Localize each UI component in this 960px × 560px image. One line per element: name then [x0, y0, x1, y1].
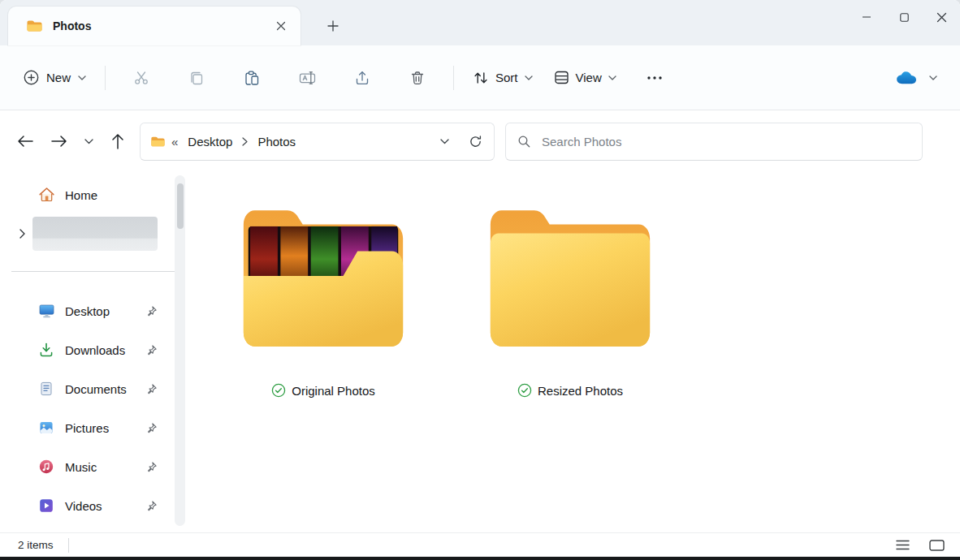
tab-photos[interactable]: Photos: [8, 6, 301, 45]
sidebar-item-label: Documents: [65, 382, 127, 396]
rename-icon: [299, 70, 316, 86]
sidebar-item-downloads[interactable]: Downloads: [0, 330, 188, 369]
sidebar-separator: [11, 271, 175, 272]
ellipsis-icon: [647, 76, 662, 80]
sidebar-item-home[interactable]: Home: [0, 175, 188, 214]
trash-icon: [409, 70, 426, 86]
folder-label: Original Photos: [271, 383, 375, 398]
folder-resized-photos[interactable]: Resized Photos: [482, 205, 658, 398]
sort-button[interactable]: Sort: [462, 62, 543, 93]
item-count: 2 items: [18, 539, 54, 551]
recent-locations-chevron-icon[interactable]: [76, 125, 101, 157]
share-button[interactable]: [344, 62, 381, 94]
sidebar: Home Desktop: [0, 172, 188, 532]
folder-label: Resized Photos: [517, 383, 623, 398]
command-toolbar: New: [0, 45, 960, 110]
redacted-account-name: [32, 217, 158, 251]
cut-button[interactable]: [123, 62, 160, 94]
address-dropdown-chevron-icon[interactable]: [430, 127, 458, 155]
check-circle-icon: [517, 383, 532, 398]
toolbar-right: [895, 69, 947, 86]
breadcrumb-item-desktop[interactable]: Desktop: [181, 130, 239, 153]
details-view-icon[interactable]: [890, 536, 915, 555]
tab-close-icon[interactable]: [270, 15, 292, 37]
sort-icon: [473, 70, 489, 86]
folder-name: Original Photos: [292, 384, 375, 398]
folder-with-photos-icon: [237, 205, 409, 355]
sidebar-scrollbar[interactable]: [175, 175, 185, 526]
scrollbar-thumb[interactable]: [177, 183, 184, 229]
chevron-down-icon: [78, 75, 86, 80]
folder-name: Resized Photos: [538, 384, 623, 398]
statusbar-divider: [68, 538, 69, 553]
pin-icon: [145, 461, 158, 473]
sort-button-label: Sort: [495, 71, 518, 84]
sidebar-item-label: Desktop: [65, 304, 110, 318]
titlebar: Photos: [0, 0, 960, 45]
pin-icon: [145, 305, 158, 317]
sidebar-item-pictures[interactable]: Pictures: [0, 408, 188, 447]
sidebar-item-music[interactable]: Music: [0, 447, 188, 486]
sidebar-item-desktop[interactable]: Desktop: [0, 291, 188, 330]
refresh-icon[interactable]: [461, 127, 489, 155]
rename-button[interactable]: [288, 62, 326, 94]
breadcrumb[interactable]: « Desktop Photos: [140, 123, 495, 161]
explorer-window: Photos New: [0, 0, 960, 560]
window-bottom-edge: [0, 557, 960, 560]
search-input[interactable]: [540, 134, 910, 149]
forward-icon[interactable]: [42, 125, 76, 157]
search-box[interactable]: [505, 123, 923, 161]
minimize-icon[interactable]: [848, 0, 885, 34]
large-thumbnails-view-icon[interactable]: [924, 536, 949, 555]
file-list: Original Photos Resized Photos: [188, 172, 960, 532]
body: Home Desktop: [0, 172, 960, 532]
view-button[interactable]: View: [543, 62, 627, 93]
chevron-down-icon: [608, 75, 616, 80]
toolbar-divider: [105, 66, 106, 90]
search-icon: [517, 135, 531, 149]
breadcrumb-item-photos[interactable]: Photos: [251, 130, 302, 153]
close-icon[interactable]: [923, 0, 960, 34]
desktop-icon: [37, 303, 55, 319]
videos-icon: [37, 498, 55, 514]
chevron-right-icon[interactable]: [11, 229, 32, 239]
circle-plus-icon: [24, 70, 39, 85]
folder-original-photos[interactable]: Original Photos: [236, 205, 411, 398]
toolbar-divider: [453, 66, 454, 90]
scissors-icon: [133, 70, 149, 86]
back-icon[interactable]: [8, 125, 42, 157]
onedrive-cloud-icon[interactable]: [895, 69, 921, 86]
sidebar-item-documents[interactable]: Documents: [0, 369, 188, 408]
copy-icon: [188, 70, 205, 86]
address-row: « Desktop Photos: [0, 110, 960, 172]
chevron-down-icon[interactable]: [929, 75, 937, 80]
sidebar-item-label: Downloads: [65, 343, 125, 357]
paste-button[interactable]: [233, 62, 270, 94]
sidebar-item-label: Videos: [65, 499, 102, 513]
window-controls: [848, 0, 960, 34]
new-button[interactable]: New: [13, 62, 97, 93]
paste-icon: [244, 70, 260, 86]
chevron-right-icon[interactable]: [239, 137, 251, 146]
folder-icon: [26, 19, 42, 32]
new-tab-button[interactable]: [322, 15, 344, 37]
sidebar-item-label: Home: [65, 188, 97, 202]
pin-icon: [145, 383, 158, 395]
tab-title: Photos: [53, 19, 91, 32]
breadcrumb-folder-icon: [150, 136, 165, 148]
breadcrumb-overflow[interactable]: «: [165, 135, 181, 149]
home-icon: [37, 187, 55, 203]
copy-button[interactable]: [178, 62, 215, 94]
delete-button[interactable]: [399, 62, 436, 94]
documents-icon: [37, 381, 55, 397]
up-icon[interactable]: [101, 125, 135, 157]
see-more-button[interactable]: [636, 62, 673, 94]
maximize-icon[interactable]: [885, 0, 923, 34]
sidebar-item-videos[interactable]: Videos: [0, 486, 188, 525]
chevron-down-icon: [525, 75, 533, 80]
check-circle-icon: [271, 383, 286, 398]
downloads-icon: [37, 342, 55, 358]
view-icon: [554, 70, 569, 85]
pin-icon: [145, 422, 158, 434]
sidebar-item-blurred[interactable]: [0, 214, 188, 253]
